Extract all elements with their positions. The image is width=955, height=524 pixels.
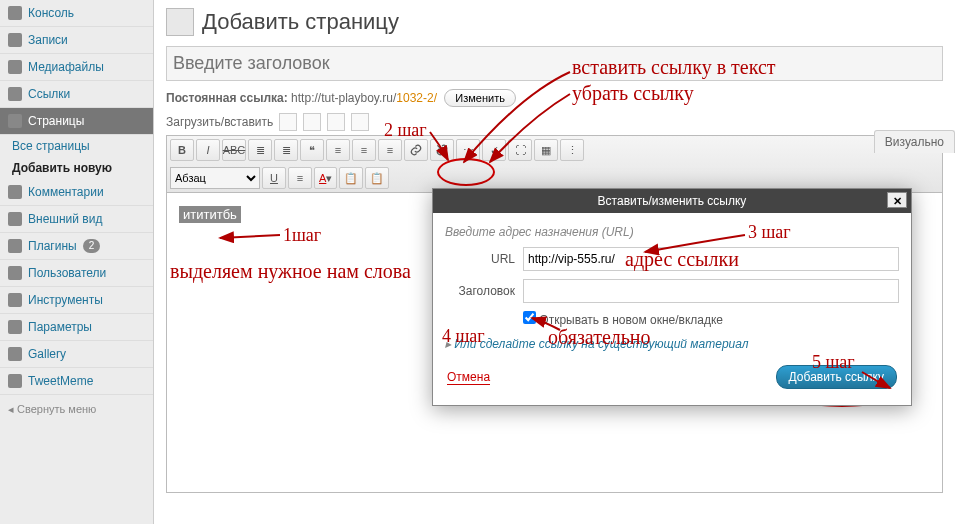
newtab-checkbox[interactable] bbox=[523, 311, 536, 324]
upload-image-button[interactable] bbox=[279, 113, 297, 131]
sidebar-item-pages[interactable]: Страницы bbox=[0, 108, 153, 135]
link-title-input[interactable] bbox=[523, 279, 899, 303]
editor-toolbar: B I ABC ≣ ≣ ❝ ≡ ≡ ≡ ⋯ ✓ ⛶ ▦ ⋮ Абзац U ≡ bbox=[166, 135, 943, 193]
cancel-button[interactable]: Отмена bbox=[447, 370, 490, 385]
upload-row: Загрузить/вставить bbox=[166, 113, 943, 131]
circle-link-buttons bbox=[437, 158, 495, 186]
sidebar-item-settings[interactable]: Параметры bbox=[0, 314, 153, 341]
settings-icon bbox=[8, 320, 22, 334]
sidebar-item-tools[interactable]: Инструменты bbox=[0, 287, 153, 314]
url-label: URL bbox=[445, 252, 515, 266]
link-dialog: Вставить/изменить ссылку ✕ Введите адрес… bbox=[432, 188, 912, 406]
sidebar-item-links[interactable]: Ссылки bbox=[0, 81, 153, 108]
tweet-icon bbox=[8, 374, 22, 388]
toolbar-link-button[interactable] bbox=[404, 139, 428, 161]
plugins-badge: 2 bbox=[83, 239, 101, 253]
newtab-label: Открывать в новом окне/вкладке bbox=[539, 313, 723, 327]
editor-tabs: Визуально bbox=[874, 130, 955, 153]
toolbar-italic-button[interactable]: I bbox=[196, 139, 220, 161]
toolbar-kitchen-button[interactable]: ▦ bbox=[534, 139, 558, 161]
appearance-icon bbox=[8, 212, 22, 226]
dialog-close-button[interactable]: ✕ bbox=[887, 192, 907, 208]
toolbar-align-right-button[interactable]: ≡ bbox=[378, 139, 402, 161]
permalink-row: Постоянная ссылка: http://tut-playboy.ru… bbox=[166, 89, 943, 107]
page-title: Добавить страницу bbox=[202, 9, 399, 35]
sidebar-item-media[interactable]: Медиафайлы bbox=[0, 54, 153, 81]
upload-video-button[interactable] bbox=[303, 113, 321, 131]
sidebar-item-appearance[interactable]: Внешний вид bbox=[0, 206, 153, 233]
toolbar-ol-button[interactable]: ≣ bbox=[274, 139, 298, 161]
toolbar-align-left-button[interactable]: ≡ bbox=[326, 139, 350, 161]
toolbar-strike-button[interactable]: ABC bbox=[222, 139, 246, 161]
upload-audio-button[interactable] bbox=[327, 113, 345, 131]
toolbar-quote-button[interactable]: ❝ bbox=[300, 139, 324, 161]
existing-content-toggle[interactable]: Или сделайте ссылку на существующий мате… bbox=[445, 337, 899, 351]
toolbar-extra-button[interactable]: ⋮ bbox=[560, 139, 584, 161]
sidebar-item-users[interactable]: Пользователи bbox=[0, 260, 153, 287]
toolbar-color-button[interactable]: A▾ bbox=[314, 167, 337, 189]
page-icon bbox=[8, 114, 22, 128]
dialog-title: Вставить/изменить ссылку ✕ bbox=[433, 189, 911, 213]
sidebar-item-gallery[interactable]: Gallery bbox=[0, 341, 153, 368]
gallery-icon bbox=[8, 347, 22, 361]
toolbar-justify-button[interactable]: ≡ bbox=[288, 167, 312, 189]
toolbar-unlink-button[interactable] bbox=[430, 139, 454, 161]
sidebar-item-posts[interactable]: Записи bbox=[0, 27, 153, 54]
media-icon bbox=[8, 60, 22, 74]
toolbar-fullscreen-button[interactable]: ⛶ bbox=[508, 139, 532, 161]
sidebar-item-comments[interactable]: Комментарии bbox=[0, 179, 153, 206]
permalink-slug[interactable]: 1032-2/ bbox=[396, 91, 437, 105]
page-header: Добавить страницу bbox=[166, 8, 943, 36]
tab-visual[interactable]: Визуально bbox=[874, 130, 955, 153]
link-icon bbox=[8, 87, 22, 101]
page-title-icon bbox=[166, 8, 194, 36]
toolbar-align-center-button[interactable]: ≡ bbox=[352, 139, 376, 161]
upload-media-button[interactable] bbox=[351, 113, 369, 131]
pin-icon bbox=[8, 33, 22, 47]
edit-slug-button[interactable]: Изменить bbox=[444, 89, 516, 107]
url-input[interactable] bbox=[523, 247, 899, 271]
plugin-icon bbox=[8, 239, 22, 253]
toolbar-bold-button[interactable]: B bbox=[170, 139, 194, 161]
sidebar-item-console[interactable]: Консоль bbox=[0, 0, 153, 27]
add-link-button[interactable]: Добавить ссылку bbox=[776, 365, 897, 389]
admin-sidebar: Консоль Записи Медиафайлы Ссылки Страниц… bbox=[0, 0, 154, 524]
toolbar-ul-button[interactable]: ≣ bbox=[248, 139, 272, 161]
dialog-hint: Введите адрес назначения (URL) bbox=[445, 225, 899, 239]
sidebar-item-plugins[interactable]: Плагины2 bbox=[0, 233, 153, 260]
link-title-label: Заголовок bbox=[445, 284, 515, 298]
toolbar-underline-button[interactable]: U bbox=[262, 167, 286, 189]
comment-icon bbox=[8, 185, 22, 199]
post-title-input[interactable] bbox=[166, 46, 943, 81]
tools-icon bbox=[8, 293, 22, 307]
toolbar-spell-button[interactable]: ✓ bbox=[482, 139, 506, 161]
sidebar-sub-all-pages[interactable]: Все страницы bbox=[0, 135, 153, 157]
sidebar-item-tweetmeme[interactable]: TweetMeme bbox=[0, 368, 153, 395]
sidebar-collapse[interactable]: ◂ Свернуть меню bbox=[0, 395, 153, 424]
selected-text: итититбь bbox=[179, 206, 241, 223]
sidebar-sub-add-page[interactable]: Добавить новую bbox=[0, 157, 153, 179]
collapse-icon: ◂ bbox=[8, 403, 14, 415]
toolbar-paste-text-button[interactable]: 📋 bbox=[339, 167, 363, 189]
dash-icon bbox=[8, 6, 22, 20]
users-icon bbox=[8, 266, 22, 280]
format-select[interactable]: Абзац bbox=[170, 167, 260, 189]
toolbar-paste-word-button[interactable]: 📋 bbox=[365, 167, 389, 189]
